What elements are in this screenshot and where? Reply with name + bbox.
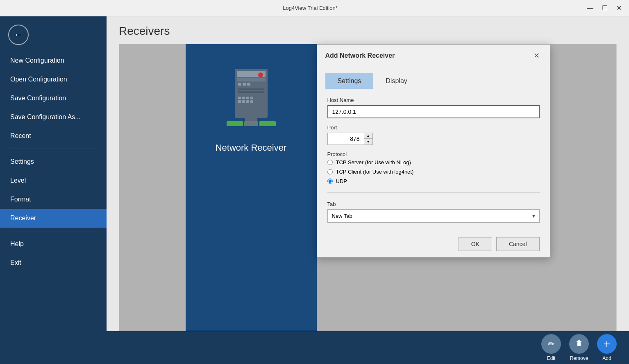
svg-rect-9	[238, 97, 241, 99]
dialog-separator	[327, 192, 540, 193]
sidebar-item-level[interactable]: Level	[0, 171, 107, 190]
protocol-udp[interactable]: UDP	[327, 178, 540, 184]
minimize-button[interactable]: —	[584, 3, 597, 13]
svg-rect-7	[238, 88, 264, 90]
back-icon: ←	[14, 29, 23, 40]
port-input[interactable]	[327, 133, 364, 145]
protocol-udp-radio[interactable]	[327, 179, 333, 184]
port-spinner-wrapper: ▲ ▼	[327, 133, 377, 145]
sidebar-item-exit[interactable]: Exit	[0, 253, 107, 272]
title-bar: Log4View Trial Edition* — ☐ ✕	[0, 0, 629, 16]
port-group: Port ▲ ▼	[327, 124, 540, 145]
dialog-footer: OK Cancel	[317, 231, 550, 257]
remove-label: Remove	[570, 355, 588, 361]
edit-icon: ✏	[548, 339, 555, 349]
svg-rect-19	[244, 121, 258, 126]
add-icon-circle: +	[597, 334, 617, 354]
protocol-label: Protocol	[327, 151, 540, 157]
sidebar-item-help[interactable]: Help	[0, 235, 107, 253]
sidebar-divider-2	[10, 231, 96, 231]
protocol-group: Protocol TCP Server (for Use with NLog) …	[327, 151, 540, 184]
tab-select[interactable]: New Tab	[327, 209, 540, 223]
close-button[interactable]: ✕	[613, 3, 625, 13]
dialog-body: Host Name Port ▲ ▼	[317, 89, 550, 231]
sidebar-item-new-configuration[interactable]: New Configuration	[0, 51, 107, 70]
tab-display[interactable]: Display	[373, 73, 419, 89]
window-controls: — ☐ ✕	[584, 3, 625, 13]
svg-rect-20	[259, 121, 276, 126]
dialog-header: Add Network Receiver ✕	[317, 45, 550, 67]
sidebar-divider-1	[10, 149, 96, 149]
add-network-receiver-dialog: Add Network Receiver ✕ Settings Display …	[317, 44, 550, 258]
tab-group: Tab New Tab ▼	[327, 201, 540, 223]
svg-rect-16	[250, 100, 253, 103]
dialog-title: Add Network Receiver	[325, 52, 395, 59]
receiver-illustration	[225, 61, 278, 138]
receiver-card-label: Network Receiver	[216, 142, 287, 153]
remove-icon-circle	[569, 334, 589, 354]
edit-icon-circle: ✏	[541, 334, 561, 354]
svg-rect-12	[250, 97, 253, 99]
protocol-tcp-server[interactable]: TCP Server (for Use with NLog)	[327, 159, 540, 165]
svg-rect-3	[238, 83, 241, 86]
sidebar-item-save-configuration-as[interactable]: Save Configuration As...	[0, 108, 107, 127]
maximize-button[interactable]: ☐	[599, 3, 611, 13]
page-title: Receivers	[107, 16, 629, 44]
protocol-tcp-client-radio[interactable]	[327, 169, 333, 174]
tab-settings[interactable]: Settings	[325, 73, 374, 89]
protocol-tcp-server-radio[interactable]	[327, 160, 333, 165]
svg-rect-13	[238, 100, 241, 103]
host-name-input[interactable]	[327, 105, 540, 118]
sidebar-back: ←	[0, 16, 107, 51]
host-name-group: Host Name	[327, 97, 540, 118]
sidebar-item-save-configuration[interactable]: Save Configuration	[0, 89, 107, 108]
svg-rect-21	[577, 342, 581, 346]
sidebar-menu: New Configuration Open Configuration Sav…	[0, 51, 107, 272]
svg-rect-8	[238, 91, 264, 93]
svg-rect-4	[243, 83, 246, 86]
port-decrement-button[interactable]: ▼	[364, 139, 372, 145]
remove-button[interactable]: Remove	[569, 334, 589, 361]
svg-rect-11	[246, 97, 249, 99]
port-label: Port	[327, 124, 540, 131]
sidebar-item-recent[interactable]: Recent	[0, 127, 107, 145]
svg-rect-10	[242, 97, 245, 99]
port-increment-button[interactable]: ▲	[364, 133, 372, 139]
tab-select-wrapper: New Tab ▼	[327, 209, 540, 223]
protocol-tcp-client[interactable]: TCP Client (for Use with log4net)	[327, 169, 540, 175]
receivers-panel: Network Receiver Add Network Receiver ✕ …	[119, 44, 617, 331]
app-body: ← New Configuration Open Configuration S…	[0, 16, 629, 364]
dialog-tabs: Settings Display	[317, 67, 550, 89]
add-button[interactable]: + Add	[597, 334, 617, 361]
sidebar: ← New Configuration Open Configuration S…	[0, 16, 107, 364]
back-button[interactable]: ←	[8, 25, 29, 45]
edit-label: Edit	[547, 355, 556, 361]
remove-icon	[575, 339, 583, 349]
cancel-button[interactable]: Cancel	[496, 237, 540, 251]
svg-rect-5	[247, 83, 250, 86]
sidebar-item-settings[interactable]: Settings	[0, 152, 107, 171]
app-title: Log4View Trial Edition*	[37, 5, 584, 11]
sidebar-item-format[interactable]: Format	[0, 190, 107, 209]
edit-button[interactable]: ✏ Edit	[541, 334, 561, 361]
svg-rect-23	[578, 340, 580, 341]
port-spinners: ▲ ▼	[364, 133, 373, 145]
sidebar-item-open-configuration[interactable]: Open Configuration	[0, 70, 107, 89]
modal-overlay: Network Receiver Add Network Receiver ✕ …	[119, 44, 616, 331]
svg-rect-2	[237, 78, 266, 81]
host-name-label: Host Name	[327, 97, 540, 103]
sidebar-item-receiver[interactable]: Receiver	[0, 209, 107, 228]
bottom-toolbar: ✏ Edit Remove	[107, 331, 629, 364]
svg-rect-14	[242, 100, 245, 103]
content-area: Receivers	[107, 16, 629, 364]
tab-label: Tab	[327, 201, 540, 207]
protocol-radio-group: TCP Server (for Use with NLog) TCP Clien…	[327, 159, 540, 184]
ok-button[interactable]: OK	[459, 237, 492, 251]
dialog-close-button[interactable]: ✕	[532, 51, 542, 61]
add-icon: +	[604, 338, 610, 350]
svg-rect-15	[246, 100, 249, 103]
svg-rect-18	[227, 121, 243, 126]
add-label: Add	[602, 355, 611, 361]
network-receiver-card: Network Receiver	[186, 44, 317, 331]
svg-point-6	[258, 72, 263, 77]
